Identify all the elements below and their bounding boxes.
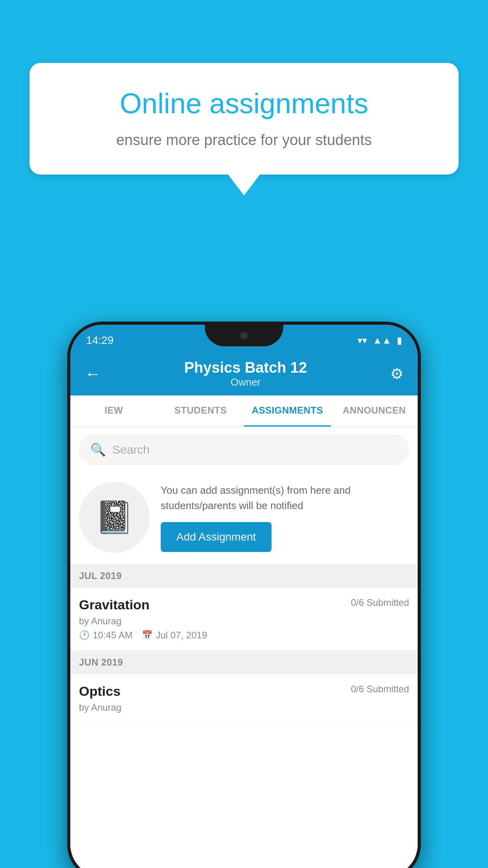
- section-header-jun2019: JUN 2019: [70, 651, 418, 674]
- assignment-item-top-optics: Optics 0/6 Submitted: [79, 684, 409, 699]
- assignment-meta-optics: by Anurag: [79, 702, 409, 713]
- assignment-meta-gravitation: by Anurag: [79, 616, 409, 627]
- notebook-icon: 📓: [95, 499, 134, 536]
- app-content: 🔍 Search 📓 You can add assignment(s) fro…: [70, 427, 418, 849]
- assignment-submitted-optics: 0/6 Submitted: [351, 684, 409, 695]
- gear-icon[interactable]: ⚙: [390, 365, 404, 383]
- calendar-icon: 📅: [142, 630, 152, 640]
- battery-icon: ▮: [397, 335, 402, 346]
- header-subtitle: Owner: [184, 376, 307, 388]
- assignment-date: Jul 07, 2019: [156, 630, 207, 641]
- tab-assignments[interactable]: ASSIGNMENTS: [244, 395, 331, 427]
- speech-bubble-arrow: [227, 174, 261, 195]
- assignment-right: You can add assignment(s) from here and …: [161, 483, 409, 552]
- header-title: Physics Batch 12: [184, 359, 307, 376]
- assignment-time-date-gravitation: 🕐 10:45 AM 📅 Jul 07, 2019: [79, 630, 409, 641]
- assignment-submitted-gravitation: 0/6 Submitted: [351, 597, 409, 608]
- phone-notch: [205, 325, 283, 346]
- assignment-item-top: Gravitation 0/6 Submitted: [79, 597, 409, 612]
- tab-announcements[interactable]: ANNOUNCEN: [331, 395, 418, 427]
- status-icons: ▾▾ ▲▲ ▮: [358, 335, 402, 346]
- status-time: 14:29: [86, 334, 114, 347]
- assignment-item-optics[interactable]: Optics 0/6 Submitted by Anurag: [70, 674, 418, 726]
- phone-frame: 14:29 ▾▾ ▲▲ ▮ ← Physics Batch 12 Owner ⚙…: [67, 322, 421, 868]
- clock-icon: 🕐: [79, 630, 90, 640]
- assignment-description: You can add assignment(s) from here and …: [161, 483, 409, 513]
- tab-iew[interactable]: IEW: [70, 395, 157, 427]
- add-assignment-button[interactable]: Add Assignment: [161, 522, 272, 552]
- speech-bubble-container: Online assignments ensure more practice …: [29, 63, 459, 195]
- add-assignment-section: 📓 You can add assignment(s) from here an…: [70, 473, 418, 564]
- signal-icon: ▲▲: [372, 335, 391, 346]
- search-bar[interactable]: 🔍 Search: [79, 435, 409, 465]
- date-entry: 📅 Jul 07, 2019: [142, 630, 207, 641]
- assignment-name-optics: Optics: [79, 684, 121, 699]
- time-entry: 🕐 10:45 AM: [79, 630, 132, 641]
- bubble-subtitle: ensure more practice for your students: [57, 130, 431, 151]
- phone-inner: 14:29 ▾▾ ▲▲ ▮ ← Physics Batch 12 Owner ⚙…: [70, 325, 418, 868]
- search-placeholder: Search: [112, 443, 150, 456]
- camera: [240, 331, 248, 340]
- assignment-time: 10:45 AM: [93, 630, 132, 641]
- tab-students[interactable]: STUDENTS: [157, 395, 244, 427]
- back-button[interactable]: ←: [84, 364, 101, 383]
- assignment-name-gravitation: Gravitation: [79, 597, 149, 612]
- app-header: ← Physics Batch 12 Owner ⚙: [70, 352, 418, 395]
- tabs-bar: IEW STUDENTS ASSIGNMENTS ANNOUNCEN: [70, 395, 418, 427]
- wifi-icon: ▾▾: [358, 335, 367, 346]
- search-icon: 🔍: [90, 442, 106, 457]
- header-center: Physics Batch 12 Owner: [184, 359, 307, 388]
- section-header-jul2019: JUL 2019: [70, 564, 418, 588]
- bubble-title: Online assignments: [57, 86, 431, 120]
- speech-bubble: Online assignments ensure more practice …: [29, 63, 459, 175]
- assignment-icon-circle: 📓: [79, 482, 150, 553]
- assignment-item-gravitation[interactable]: Gravitation 0/6 Submitted by Anurag 🕐 10…: [70, 588, 418, 651]
